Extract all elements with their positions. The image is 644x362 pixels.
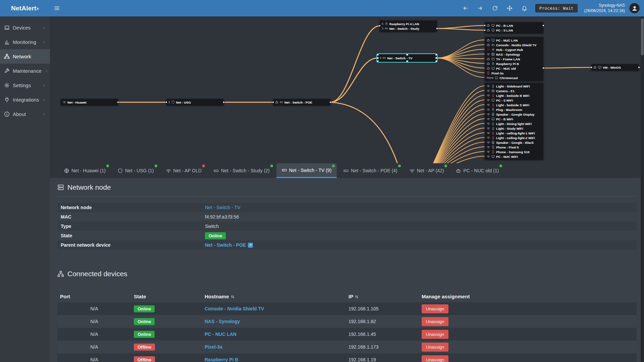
hostname-link[interactable]: NAS - Synology [205, 319, 240, 324]
sidebar-item-devices[interactable]: Devices [0, 20, 50, 35]
topology-device-pc-nuc-lan[interactable]: PC - NUC LAN [485, 38, 543, 43]
notifications-button[interactable] [518, 0, 531, 16]
topology-device-pc-s-lan[interactable]: PC - S LAN [485, 28, 543, 33]
sidebar-item-about[interactable]: About [0, 107, 50, 121]
topology-device-speaker-google-black[interactable]: Speaker - Google - Black [485, 140, 543, 145]
topology-device-pc-nuc-old[interactable]: PC - NUC old [485, 66, 543, 71]
tab-net-switch-tv-9[interactable]: Net - Switch - TV (9) [276, 163, 337, 178]
hostname-link[interactable]: Raspberry Pi B [205, 357, 238, 362]
sidebar-item-maintenance[interactable]: Maintenance [0, 64, 50, 78]
topology-device-light-ceiling-light-2-wifi[interactable]: Light - ceiling-light-2 WiFi [485, 135, 543, 140]
sidebar-item-integrations[interactable]: Integrations [0, 93, 50, 107]
topology-device-net-switch-poe[interactable]: Net - Switch - POE [273, 100, 330, 105]
topology-device-raspberry-pi-b[interactable]: Raspberry Pi B [485, 61, 543, 66]
topology-device-plug-washroom[interactable]: Plug - Washroom [485, 107, 543, 112]
sort-icon[interactable] [230, 295, 235, 299]
sidebar-toggle-button[interactable] [50, 0, 63, 16]
state-badge: Online [134, 331, 155, 338]
unassign-button[interactable]: Unassign [422, 355, 448, 362]
topology-device-raspberry-pi-4-lan[interactable]: 5Raspberry Pi 4 LAN [380, 21, 437, 26]
topology-node-group-tv-devices[interactable]: PC - NUC LANConsole - Nvidia Shield TVHu… [485, 37, 543, 81]
monitor-icon [598, 66, 601, 69]
device-label: Hub - Cygnet Hub [496, 48, 523, 52]
tab-net-switch-poe-4[interactable]: Net - Switch - POE (4) [338, 163, 402, 178]
tab-net-ap-old[interactable]: Net - AP OLD [161, 163, 207, 178]
topology-device-net-usg[interactable]: 3Net - USG [166, 100, 224, 105]
topology-device-hub-cygnet-hub[interactable]: Hub - Cygnet Hub [485, 47, 543, 52]
sidebar-item-monitoring[interactable]: Monitoring [0, 35, 50, 49]
rpi-icon [385, 22, 388, 25]
phone-icon [491, 150, 495, 154]
topology-device-pc-s-wifi[interactable]: PC - S WiFi [485, 98, 543, 103]
refresh-button[interactable] [488, 0, 502, 16]
selection-handle[interactable] [377, 60, 379, 62]
topology-device-light-ceiling-light-1-wifi[interactable]: Light - ceiling-light-1 WiFi [485, 131, 543, 135]
field-row-mac: MACf4:92:bf:a3:f3:56 [57, 212, 637, 222]
topology-device-pc-b-wifi[interactable]: PC - B WiFi [485, 117, 543, 121]
topology-device-net-huawei[interactable]: Net - Huawei [61, 100, 118, 105]
topology-device-light-bedside-s-wifi[interactable]: Light - bedside S WiFi [485, 103, 543, 107]
external-link-icon[interactable] [248, 243, 253, 248]
topology-device-camera-e1[interactable]: Camera - E1 [485, 88, 543, 93]
unassign-button[interactable]: Unassign [422, 330, 448, 339]
topology-node-net-switch-poe[interactable]: Net - Switch - POE [273, 99, 330, 106]
unassign-button[interactable]: Unassign [422, 317, 448, 326]
topology-node-net-huawei[interactable]: Net - Huawei [61, 99, 118, 106]
topology-device-console-nvidia-shield-tv[interactable]: Console - Nvidia Shield TV [485, 43, 543, 47]
scrollbar[interactable] [641, 16, 644, 362]
topology-device-pixel-3a[interactable]: Pixel-3a [485, 71, 543, 75]
unassign-button[interactable]: Unassign [422, 343, 448, 352]
topology-device-tv-frame-lan[interactable]: TV - Frame LAN [485, 57, 543, 61]
sort-icon[interactable] [355, 295, 359, 299]
parent-node-link[interactable]: Net - Switch - POE [205, 242, 246, 248]
unassign-button[interactable]: Unassign [422, 304, 448, 313]
topology-device-pc-nuc-wifi[interactable]: PC - NUC WiFi [485, 154, 543, 159]
topology-node-group-ap-devices[interactable]: Light - Sideboard WiFiCamera - E1Light -… [485, 83, 543, 160]
column-ip-sort[interactable]: IP [346, 291, 419, 302]
topology-device-light-dining-light-wifi[interactable]: Light - Dining light WiFi [485, 121, 543, 126]
topology-device-vm-winos[interactable]: VM - WinOS [591, 65, 639, 70]
selection-handle[interactable] [435, 54, 437, 56]
tab-net-usg-1[interactable]: Net - USG (1) [112, 163, 159, 178]
hostname-link[interactable]: PC - NUC LAN [205, 331, 236, 337]
topology-device-pc-b-lan[interactable]: PC - B LAN [485, 23, 543, 28]
sidebar-item-settings[interactable]: Settings [0, 78, 50, 93]
topology-node-group-study[interactable]: 5Raspberry Pi 4 LAN3Net - Switch - Study [380, 20, 437, 32]
topology-device-light-study-wifi[interactable]: Light - Study WiFi [485, 126, 543, 131]
hostname-link[interactable]: Console - Nvidia Shield TV [205, 306, 264, 311]
port-prefix: None [487, 76, 493, 79]
hostname-link[interactable]: Pixel-3a [205, 344, 222, 350]
scrollbar-thumb[interactable] [641, 18, 644, 55]
tab-pc-nuc-old-1[interactable]: PC - NUC old (1) [450, 163, 504, 178]
devices-table-body: N/AOnlineConsole - Nvidia Shield TV192.1… [57, 302, 637, 362]
tab-net-huawei-1[interactable]: Net - Huawei (1) [59, 163, 111, 178]
topology-device-light-sideboard-wifi[interactable]: Light - Sideboard WiFi [485, 84, 543, 88]
topology-device-speaker-google-display[interactable]: Speaker - Google Display [485, 112, 543, 117]
selection-handle[interactable] [435, 60, 437, 62]
topology-device-nas-synology[interactable]: NAS - Synology [485, 52, 543, 57]
selection-handle[interactable] [435, 57, 437, 59]
selection-handle[interactable] [377, 54, 379, 56]
topology-device-net-switch-study[interactable]: 3Net - Switch - Study [380, 26, 437, 31]
topology-node-group-pc-lan[interactable]: PC - B LANPC - S LAN [485, 22, 543, 34]
topology-device-light-bedside-b-wifi[interactable]: Light - bedside B WiFi [485, 93, 543, 98]
tab-net-ap-42[interactable]: Net - AP (42) [404, 163, 449, 178]
user-avatar[interactable] [629, 3, 640, 14]
nav-forward-button[interactable] [474, 0, 487, 16]
topology-device-phone-pixel-6[interactable]: Phone - Pixel 6 [485, 145, 543, 149]
node-link[interactable]: Net - Switch - TV [205, 205, 240, 210]
selection-handle[interactable] [406, 60, 408, 62]
selection-handle[interactable] [377, 57, 379, 59]
topology-device-chromecast[interactable]: NoneChromecast [485, 75, 543, 80]
pan-mode-button[interactable] [503, 0, 517, 16]
nav-back-button[interactable] [459, 0, 472, 16]
topology-node-vm-winos[interactable]: VM - WinOS [591, 64, 639, 71]
topology-node-net-usg[interactable]: 3Net - USG [166, 99, 224, 106]
sidebar-item-network[interactable]: Network [0, 49, 50, 64]
topology-device-phone-samsung-s10[interactable]: Phone - Samsung S10 [485, 149, 543, 154]
topology-node-net-switch-tv[interactable]: 4Net - Switch - TV [378, 55, 436, 61]
selection-handle[interactable] [406, 54, 408, 56]
topology-device-net-switch-tv[interactable]: 4Net - Switch - TV [378, 56, 436, 60]
tab-net-switch-study-2[interactable]: Net - Switch - Study (2) [208, 163, 275, 178]
column-hostname-sort[interactable]: Hostname [202, 291, 346, 302]
